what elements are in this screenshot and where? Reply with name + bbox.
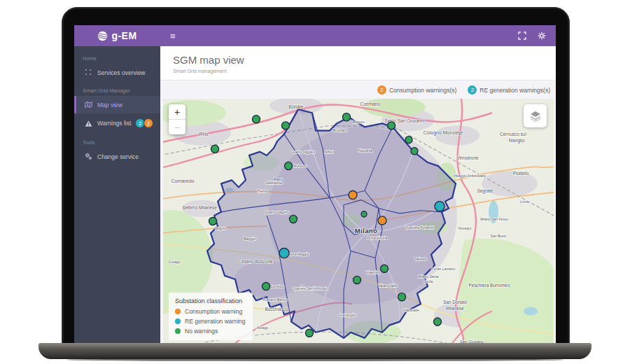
map-place-label: Ponte Lambro <box>431 267 455 271</box>
map-place-label: Segrate <box>477 188 493 193</box>
map-place-label: Taliedo <box>414 257 426 261</box>
layers-button[interactable] <box>524 104 547 127</box>
sidebar-item-label: Warnings list <box>97 120 131 127</box>
substation-marker-none[interactable] <box>354 276 361 284</box>
map-place-label: Settimo Milanese <box>182 205 217 210</box>
map-place-label: San Bovio <box>491 234 507 238</box>
sidebar-item-change-service[interactable]: Change service <box>74 148 160 165</box>
consumption-dot <box>175 309 181 314</box>
settings-gear-icon[interactable] <box>538 31 546 40</box>
substation-marker-none[interactable] <box>211 145 219 153</box>
sidebar-section-home: Home <box>74 49 160 64</box>
map-place-label: Novegro <box>458 226 472 230</box>
page-subtitle: Smart Grid management <box>173 69 543 74</box>
map-place-label: Niguarda <box>358 148 372 153</box>
brand-logo[interactable]: g-EM <box>74 30 160 41</box>
map-place-label: Cernusco sul <box>500 132 526 136</box>
consumption-warnings-badge: 2 <box>377 85 386 94</box>
legend-item-re-generation: RE generation warning <box>175 318 245 325</box>
sidebar-section-smart-grid-manager: Smart Grid Manager <box>74 81 160 96</box>
zoom-in-button[interactable]: + <box>169 104 186 119</box>
page-header: SGM map view Smart Grid management <box>160 46 556 80</box>
map-place-label: Quartiere Sant'Ambrogio <box>293 287 328 290</box>
substation-marker-none[interactable] <box>209 217 217 225</box>
map-place-label: Vigentino <box>366 270 381 274</box>
map-place-label: Buccinasco <box>265 307 288 312</box>
substation-marker-re_generation[interactable] <box>279 248 289 258</box>
substation-marker-none[interactable] <box>388 122 396 130</box>
map-place-label: Porta Vittoria <box>368 236 388 240</box>
map-place-label: Assago <box>257 326 269 330</box>
layers-icon <box>529 110 542 122</box>
map-legend: Substation classification Consumption wa… <box>169 293 253 340</box>
substation-marker-none[interactable] <box>290 215 298 223</box>
map-place-label: Quartiere Forlanini <box>405 225 433 230</box>
map-place-label: San Donato <box>443 300 468 304</box>
map-place-label: Villaggio Ambrosiano <box>454 174 486 178</box>
map-place-label: Affori <box>325 150 333 154</box>
page-title: SGM map view <box>173 54 543 66</box>
sidebar-item-map-view[interactable]: Map view <box>74 96 160 113</box>
map-place-label: Milano San Felice <box>480 217 508 221</box>
map-place-label: Lorenteggio <box>289 252 309 256</box>
map-place-label: Seguro <box>215 226 226 230</box>
map-place-label: Limito <box>520 200 530 204</box>
substation-marker-none[interactable] <box>405 136 412 144</box>
substation-marker-none[interactable] <box>253 115 260 123</box>
map-place-label: Cormano <box>360 102 381 106</box>
map-place-label: Giulia <box>424 279 433 284</box>
map-place-label: Gallaratese <box>265 181 283 185</box>
substation-marker-none[interactable] <box>306 329 314 337</box>
app-topbar: g-EM ≡ <box>74 25 556 46</box>
map-place-label: Gratosoglio <box>338 313 356 317</box>
map-place-label: Quarto Oggiaro <box>291 150 316 154</box>
sidebar-item-warnings-list[interactable]: Warnings list 2 2 <box>74 113 160 133</box>
map-place-label: Vimodrone <box>456 155 479 160</box>
no-warnings-dot <box>175 328 181 334</box>
menu-toggle-icon[interactable]: ≡ <box>170 31 176 41</box>
map-place-label: Baggio <box>244 237 255 241</box>
substation-marker-consumption[interactable] <box>378 216 386 225</box>
substation-marker-none[interactable] <box>282 122 290 130</box>
map-place-label: Bollate <box>288 104 303 109</box>
map-place-label: Peschiera Borromeo <box>468 283 510 288</box>
substation-marker-none[interactable] <box>285 162 293 170</box>
legend-item-consumption: Consumption warning <box>175 308 245 315</box>
substation-marker-none[interactable] <box>343 113 351 121</box>
substation-marker-none[interactable] <box>434 318 442 326</box>
grid-icon <box>85 69 92 76</box>
re-generation-warnings-summary[interactable]: 2 RE generation warnings(s) <box>468 85 550 94</box>
consumption-warnings-summary[interactable]: 2 Consumption warnings(s) <box>377 85 456 94</box>
sidebar-item-label: Map view <box>97 102 122 108</box>
re-generation-dot <box>175 318 181 324</box>
substation-marker-none[interactable] <box>262 282 270 290</box>
sidebar-item-label: Change service <box>97 153 139 160</box>
substation-marker-consumption[interactable] <box>349 190 357 199</box>
map-place-label: Cornaredo <box>171 178 194 183</box>
map-place-label: Milanese <box>446 306 464 311</box>
map-place-label: Trenno <box>257 188 268 192</box>
re-generation-warnings-badge: 2 <box>468 85 477 94</box>
sidebar-item-services-overview[interactable]: Services overview <box>74 64 160 81</box>
map-place-label: Bresso <box>352 120 364 124</box>
fullscreen-icon[interactable] <box>518 31 526 40</box>
map-place-label: Milano Santa <box>418 274 438 279</box>
map-place-label: Cesano Boscone <box>238 259 273 264</box>
brand-name: g-EM <box>111 30 136 41</box>
gears-icon <box>85 153 92 160</box>
legend-item-no-warnings: No warnings <box>175 328 245 335</box>
substation-marker-none[interactable] <box>381 265 388 272</box>
map-place-label: Corsico <box>270 284 285 288</box>
substation-marker-re_generation[interactable] <box>435 202 444 211</box>
sidebar-section-tools: Tools <box>74 133 160 148</box>
substation-marker-none[interactable] <box>398 293 406 301</box>
substation-marker-none[interactable] <box>411 148 418 155</box>
map-place-label: Milano <box>355 227 377 234</box>
zoom-out-button[interactable]: − <box>169 119 186 134</box>
laptop-bezel: g-EM ≡ Home Ser <box>62 7 570 346</box>
sidebar: Home Services overview Smart Grid Manage… <box>74 46 160 345</box>
warnings-summary-row: 2 Consumption warnings(s) 2 RE generatio… <box>160 80 556 99</box>
map-canvas[interactable]: MilanoBollateCormanoBressoSesto San Giov… <box>163 99 554 345</box>
substation-marker-none[interactable] <box>361 211 367 217</box>
map-place-label: Quarto Cagnino <box>265 210 289 214</box>
